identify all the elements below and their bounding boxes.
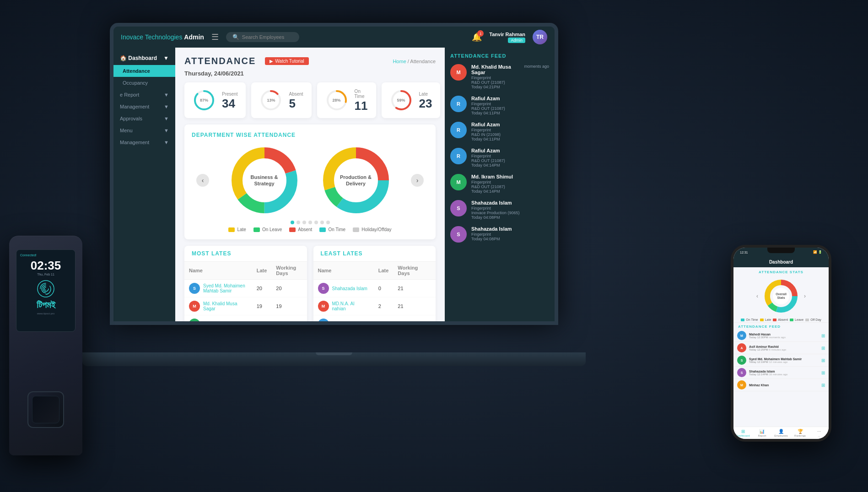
stat-value-present: 34	[222, 97, 237, 109]
phone-donut: OverallStats	[763, 278, 799, 314]
dept-title: DEPARTMENT WISE ATTENDANCE	[192, 132, 428, 138]
ll-col-late: Late	[374, 262, 394, 280]
sidebar-item-dashboard[interactable]: 🏠 Dashboard ▼	[113, 51, 175, 65]
dot-0[interactable]	[291, 221, 294, 224]
fp-date: Thu, Feb 11	[37, 273, 54, 276]
stat-value-absent: 5	[289, 97, 303, 109]
hamburger-icon[interactable]: ☰	[211, 32, 219, 42]
feed-item-6: S Shahazada Islam Fingerprint Today 04:0…	[450, 226, 549, 243]
phone-tab-employees[interactable]: 👤 Employees	[771, 429, 791, 437]
table-row: S Shahazada Islam 0 21	[313, 280, 436, 297]
breadcrumb: Home / Attendance	[393, 59, 436, 64]
stat-label-ontime: On Time	[355, 89, 368, 99]
phone-chart-next[interactable]: ›	[804, 293, 806, 299]
phone-feed-icon-3: ⊞	[821, 370, 825, 375]
feed-item-1: R Rafiul Azam Fingerprint R&D OUT (21087…	[450, 96, 549, 115]
phone-legend: On Time Late Absent Leave Off Day	[733, 317, 829, 322]
ml-col-days: Working Days	[271, 262, 307, 280]
page-header: ATTENDANCE ▶ Watch Tutorial Home / Atten…	[184, 56, 436, 66]
least-lates-card: LEAST LATES Name Late Working Days	[313, 246, 436, 321]
phone-tab-rankings[interactable]: 🏆 Rankings	[791, 429, 810, 437]
top-nav: Inovace Technologies Admin ☰ 🔍 Search Em…	[113, 27, 555, 48]
fp-status: Connected!	[20, 254, 37, 257]
phone-feed-avatar-3: S	[737, 368, 746, 377]
phone-time: 12:31	[740, 251, 748, 254]
phone-feed-icon-2: ⊞	[821, 358, 825, 363]
table-row: M Md Shofiqul Islam 2	[313, 315, 436, 322]
production-delivery-label: Production &Delivery	[340, 174, 372, 187]
stat-label-absent: Absent	[289, 92, 303, 97]
sidebar-item-mgmt2[interactable]: Management▼	[113, 136, 175, 148]
sidebar-item-menu[interactable]: Menu▼	[113, 124, 175, 136]
stat-label-present: Present	[222, 92, 237, 97]
dot-4[interactable]	[314, 221, 318, 224]
laptop-screen: Inovace Technologies Admin ☰ 🔍 Search Em…	[110, 23, 558, 325]
feed-panel: ATTENDANCE FEED M Md. Khalid Musa Sagar …	[445, 48, 555, 321]
phone-tab-more[interactable]: ··· ...	[809, 429, 829, 437]
chart-legend: Late On Leave Absent	[192, 227, 428, 232]
watch-tutorial-btn[interactable]: ▶ Watch Tutorial	[265, 57, 309, 65]
user-role: Admin	[508, 38, 525, 43]
ll-col-name: Name	[313, 262, 374, 280]
phone-chart-prev[interactable]: ‹	[756, 293, 758, 299]
stat-value-ontime: 11	[355, 100, 368, 112]
dot-5[interactable]	[320, 221, 324, 224]
fingerprint-device: Connected! 02:35 Thu, Feb 11 টিপমই www.t…	[9, 236, 82, 455]
chart-prev-btn[interactable]: ‹	[196, 174, 209, 187]
phone-feed-item-0: M Mahedi Hasan Today 12:30PM moments ago…	[733, 330, 829, 342]
bell-badge: 1	[477, 30, 484, 37]
search-placeholder: Search Employees	[242, 34, 284, 40]
dot-1[interactable]	[297, 221, 300, 224]
table-row: S Syed Md. Mohaimen Mahtab Samir 20 20	[184, 280, 307, 297]
phone-tab-report[interactable]: 📊 Report	[753, 429, 772, 437]
most-lates-title: MOST LATES	[184, 246, 307, 262]
business-strategy-label: Business &Strategy	[251, 174, 278, 187]
youtube-icon: ▶	[270, 59, 273, 64]
phone-feed-avatar-1: A	[737, 343, 746, 352]
legend-absent: Absent	[289, 227, 312, 232]
phone-feed-item-3: S Shahazada Islam Today 12:14PM 16 minut…	[733, 367, 829, 379]
dept-chart-production: Production &Delivery	[319, 144, 393, 217]
feed-avatar-5: S	[450, 200, 467, 216]
feed-title: ATTENDANCE FEED	[450, 53, 549, 59]
stat-pct-present: 87%	[200, 98, 208, 103]
sidebar-item-management[interactable]: Management▼	[113, 101, 175, 113]
stat-label-late: Late	[419, 92, 432, 97]
phone-signal: 📶 🔋	[813, 250, 822, 254]
dept-section: DEPARTMENT WISE ATTENDANCE ‹	[184, 124, 436, 239]
phone-feed-icon-4: ⊞	[821, 383, 825, 388]
most-lates-card: MOST LATES Name Late Working Days	[184, 246, 307, 321]
ml-col-name: Name	[184, 262, 252, 280]
phone-feed-icon-1: ⊞	[821, 346, 825, 351]
stat-pct-absent: 13%	[267, 98, 275, 103]
phone-feed-avatar-2: S	[737, 356, 746, 365]
fp-brand: টিপমই	[37, 300, 55, 310]
phone-tab-dashboard[interactable]: ⊞ Dashboard	[733, 429, 753, 437]
feed-item-4: M Md. Ikram Shimul Fingerprint R&D OUT (…	[450, 174, 549, 194]
feed-item-0: M Md. Khalid Musa Sagar Fingerprint R&D …	[450, 64, 549, 89]
dot-3[interactable]	[308, 221, 312, 224]
search-icon: 🔍	[232, 34, 239, 40]
phone-bottom-nav: ⊞ Dashboard 📊 Report 👤 Employees 🏆 Ranki…	[733, 427, 829, 439]
legend-onleave: On Leave	[253, 227, 282, 232]
stat-pct-late: 59%	[397, 98, 405, 103]
phone-feed-avatar-4: M	[737, 380, 746, 389]
search-bar[interactable]: 🔍 Search Employees	[226, 32, 299, 42]
dot-2[interactable]	[302, 221, 306, 224]
feed-avatar-2: R	[450, 122, 467, 138]
phone-donut-wrap: ‹ OverallStats ›	[733, 275, 829, 317]
feed-avatar-3: R	[450, 148, 467, 164]
dot-6[interactable]	[326, 221, 330, 224]
sidebar-item-approvals[interactable]: Approvals▼	[113, 113, 175, 124]
chart-dots	[192, 221, 428, 224]
sidebar-item-attendance[interactable]: Attendance	[113, 65, 175, 77]
notification-bell[interactable]: 🔔 1	[472, 32, 482, 42]
page-title: ATTENDANCE	[184, 56, 256, 66]
phone-donut-label: OverallStats	[776, 292, 787, 300]
sidebar-item-report[interactable]: e Report▼	[113, 89, 175, 101]
least-lates-table: Name Late Working Days	[313, 262, 436, 321]
sidebar-item-occupancy[interactable]: Occupancy	[113, 77, 175, 89]
stat-card-present: 87% Present 34	[184, 82, 246, 118]
chart-next-btn[interactable]: ›	[411, 174, 424, 187]
stat-pct-ontime: 28%	[333, 98, 341, 103]
